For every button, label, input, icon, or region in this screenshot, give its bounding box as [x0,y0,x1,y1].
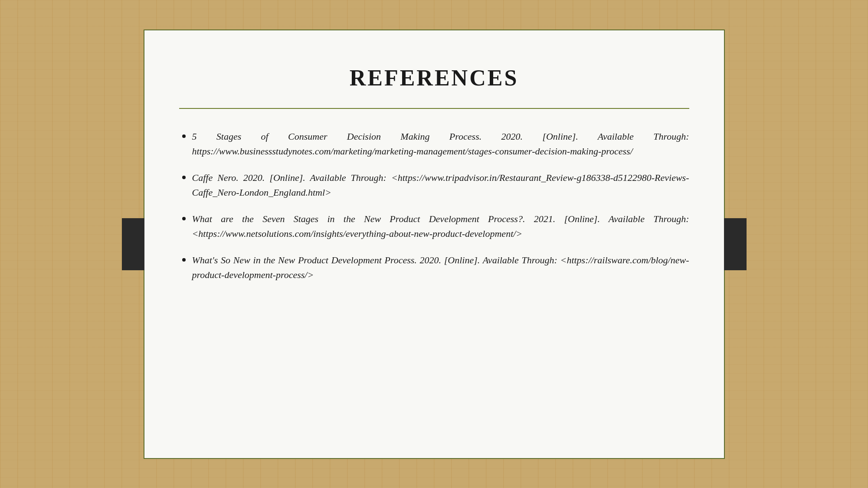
list-item: 5 Stages of Consumer Decision Making Pro… [192,126,689,159]
references-list: 5 Stages of Consumer Decision Making Pro… [179,126,689,283]
list-item: What are the Seven Stages in the New Pro… [192,209,689,241]
horizontal-divider [179,108,689,109]
side-tab-left [122,218,144,270]
list-item: Caffe Nero. 2020. [Online]. Available Th… [192,167,689,200]
list-item: What's So New in the New Product Develop… [192,250,689,282]
page-title: REFERENCES [179,56,689,108]
side-tab-right [724,218,747,270]
slide-container: REFERENCES 5 Stages of Consumer Decision… [144,29,725,459]
